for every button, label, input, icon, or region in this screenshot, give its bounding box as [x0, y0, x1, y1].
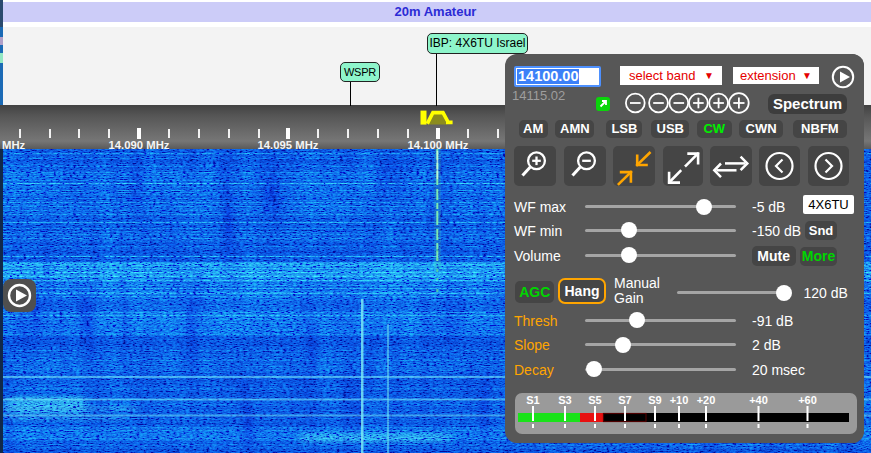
svg-text:+20: +20	[697, 394, 716, 406]
svg-text:S5: S5	[588, 394, 601, 406]
svg-text:S9: S9	[648, 394, 661, 406]
svg-text:+60: +60	[798, 394, 817, 406]
svg-text:S1: S1	[526, 394, 539, 406]
svg-text:S7: S7	[618, 394, 631, 406]
svg-text:S3: S3	[558, 394, 571, 406]
svg-text:+10: +10	[670, 394, 689, 406]
svg-text:+40: +40	[749, 394, 768, 406]
